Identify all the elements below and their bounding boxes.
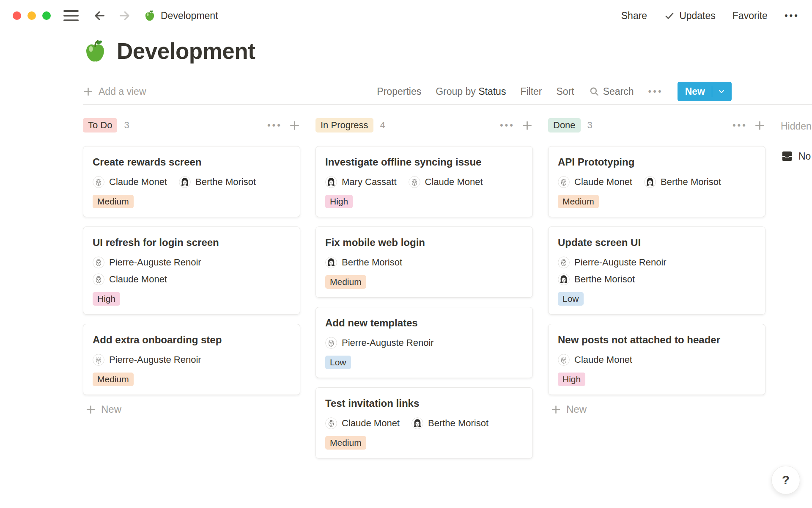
assignee: Pierre-Auguste Renoir [558,257,756,268]
column-status-badge[interactable]: To Do [83,118,117,133]
assignee-name: Berthe Morisot [428,418,488,429]
priority-badge: Medium [93,373,134,386]
assignee-name: Pierre-Auguste Renoir [109,257,201,268]
check-icon [664,10,675,21]
man-face-avatar [409,176,420,188]
column-add-button[interactable] [289,120,300,131]
sort-button[interactable]: Sort [557,86,574,97]
assignee-name: Pierre-Auguste Renoir [109,354,201,365]
minimize-button[interactable] [27,11,36,20]
card-title: New posts not attached to header [558,333,756,347]
breadcrumb[interactable]: Development [144,10,218,22]
share-button[interactable]: Share [621,10,647,22]
task-card[interactable]: New posts not attached to header Claude … [548,324,765,395]
new-button-divider [712,86,712,97]
assignee-name: Pierre-Auguste Renoir [574,257,667,268]
inbox-icon [781,150,793,163]
assignee-name: Berthe Morisot [195,177,256,188]
hidden-columns-label[interactable]: Hidden [781,121,812,132]
updates-button[interactable]: Updates [664,10,716,22]
woman-face-avatar [325,257,337,268]
woman-face-avatar [179,176,191,188]
column-more-button[interactable]: ••• [500,121,515,130]
history-nav [93,9,131,22]
column-add-button[interactable] [521,120,533,131]
assignee: Mary Cassatt [325,176,397,188]
priority-badge: Medium [325,275,366,289]
card-title: Add extra onboarding step [93,333,291,347]
assignee-name: Berthe Morisot [342,257,402,268]
favorite-button[interactable]: Favorite [732,10,768,22]
new-card-label: New [101,403,121,415]
plus-icon [551,404,561,415]
task-card[interactable]: Test invitation links Claude Monet Berth… [315,387,533,458]
new-card-label: New [566,403,587,415]
properties-button[interactable]: Properties [377,86,421,97]
column-cards: Investigate offline syncing issue Mary C… [315,146,533,458]
forward-button[interactable] [118,9,131,22]
assignee-name: Claude Monet [574,177,632,188]
task-card[interactable]: Add extra onboarding step Pierre-Auguste… [83,324,300,395]
close-button[interactable] [13,11,21,20]
column-status-badge[interactable]: In Progress [315,118,373,133]
help-button[interactable]: ? [771,466,800,494]
priority-badge: Medium [93,195,134,208]
new-dropdown-button[interactable] [717,87,732,96]
task-card[interactable]: Investigate offline syncing issue Mary C… [315,146,533,217]
card-assignees: Pierre-Auguste Renoir Berthe Morisot [558,257,756,285]
back-button[interactable] [93,9,107,22]
more-options-button[interactable]: ••• [785,11,799,20]
assignee-name: Pierre-Auguste Renoir [342,337,434,348]
assignee-name: Claude Monet [109,274,167,285]
column-status-badge[interactable]: Done [548,118,581,133]
column-header: To Do 3 ••• [83,118,300,133]
group-by-button[interactable]: Group by Status [436,86,506,97]
task-card[interactable]: Update screen UI Pierre-Auguste Renoir B… [548,226,765,315]
woman-face-avatar [411,417,423,429]
new-card-button[interactable]: New [548,403,765,415]
filter-button[interactable]: Filter [520,86,542,97]
task-card[interactable]: API Prototyping Claude Monet Berthe Mori… [548,146,765,217]
man-face-avatar [93,176,104,188]
new-card-button[interactable]: New [83,403,300,415]
zoom-button[interactable] [42,11,51,20]
column-cards: Create rewards screen Claude Monet Berth… [83,146,300,395]
assignee-name: Claude Monet [425,177,483,188]
search-button[interactable]: Search [589,86,634,97]
plus-icon [85,404,96,415]
woman-face-avatar [325,176,337,188]
card-title: API Prototyping [558,155,756,169]
window-controls [13,11,51,20]
assignee: Pierre-Auguste Renoir [93,354,201,366]
priority-badge: Medium [325,436,366,450]
chevron-down-icon [717,87,726,96]
hidden-columns-panel: Hidden No Status [781,118,812,163]
page-header: Development [0,38,812,64]
column-add-button[interactable] [754,120,765,131]
task-card[interactable]: Create rewards screen Claude Monet Berth… [83,146,300,217]
priority-badge: Medium [558,195,599,208]
view-more-button[interactable]: ••• [648,87,663,96]
priority-badge: Low [558,292,584,306]
column-count: 3 [587,120,593,131]
task-card[interactable]: UI refresh for login screen Pierre-Augus… [83,226,300,315]
topbar-actions: Share Updates Favorite ••• [621,10,799,22]
board-column-inprogress: In Progress 4 ••• Investigate offline sy… [315,118,533,458]
apple-icon [144,10,156,22]
task-card[interactable]: Add new templates Pierre-Auguste Renoir … [315,307,533,378]
column-header: In Progress 4 ••• [315,118,533,133]
man-face-avatar [325,417,337,429]
card-assignees: Claude Monet Berthe Morisot [93,176,291,188]
no-status-group[interactable]: No Status [781,150,812,163]
new-button[interactable]: New [678,82,732,101]
card-assignees: Pierre-Auguste Renoir [325,337,523,349]
column-more-button[interactable]: ••• [732,121,747,130]
sidebar-menu-button[interactable] [63,10,79,21]
task-card[interactable]: Fix mobile web login Berthe Morisot Medi… [315,226,533,298]
search-label: Search [603,86,634,97]
column-actions: ••• [267,120,300,131]
add-view-button[interactable]: Add a view [83,86,146,97]
woman-face-avatar [644,176,656,188]
column-more-button[interactable]: ••• [267,121,282,130]
assignee-name: Claude Monet [109,177,167,188]
